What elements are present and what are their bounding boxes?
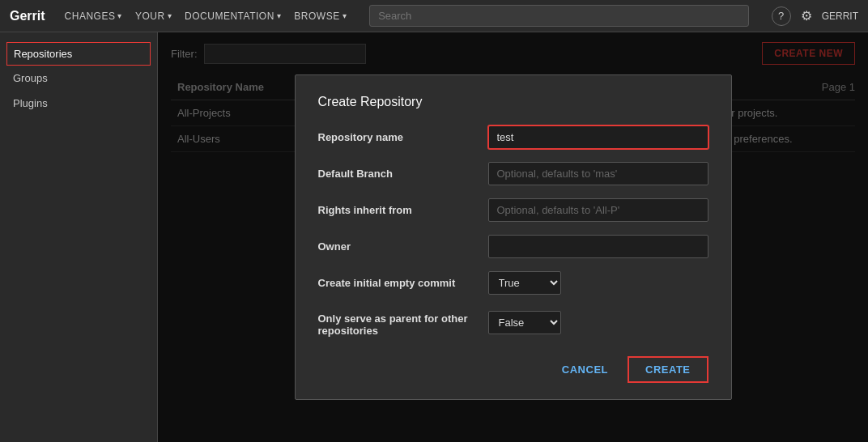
- topnav-right: ? ⚙ GERRIT: [772, 6, 858, 26]
- search-container: [369, 5, 749, 27]
- label-rights-inherit: Rights inherit from: [318, 204, 488, 216]
- owner-input[interactable]: [488, 235, 708, 258]
- rights-inherit-input[interactable]: [488, 198, 708, 222]
- sidebar: Repositories Groups Plugins: [0, 32, 158, 442]
- form-row-initial-commit: Create initial empty commit True False: [318, 271, 708, 295]
- form-row-default-branch: Default Branch: [318, 162, 708, 185]
- label-owner: Owner: [318, 240, 488, 253]
- create-button[interactable]: CREATE: [628, 356, 708, 383]
- main-layout: Repositories Groups Plugins Filter: CREA…: [0, 32, 868, 442]
- help-icon: ?: [778, 10, 784, 22]
- repo-name-input[interactable]: [488, 125, 708, 149]
- nav-your[interactable]: YOUR ▾: [135, 11, 172, 22]
- user-menu[interactable]: GERRIT: [822, 11, 858, 22]
- initial-commit-select[interactable]: True False: [488, 271, 561, 295]
- cancel-button[interactable]: CANCEL: [552, 357, 618, 382]
- default-branch-input[interactable]: [488, 162, 708, 185]
- parent-only-select[interactable]: False True: [488, 311, 561, 334]
- settings-icon[interactable]: ⚙: [801, 8, 812, 23]
- nav-changes[interactable]: CHANGES ▾: [65, 11, 122, 22]
- form-row-parent-only: Only serve as parent for other repositor…: [318, 308, 708, 337]
- search-input[interactable]: [369, 5, 749, 27]
- nav-browse[interactable]: BROWSE ▾: [294, 11, 347, 22]
- modal-overlay: Create Repository Repository name Defaul…: [158, 32, 868, 442]
- documentation-dropdown-icon: ▾: [277, 11, 282, 20]
- browse-dropdown-icon: ▾: [343, 11, 347, 20]
- sidebar-item-repositories[interactable]: Repositories: [6, 42, 151, 66]
- modal-title: Create Repository: [318, 95, 708, 109]
- label-repo-name: Repository name: [318, 131, 488, 143]
- main-content: Filter: CREATE NEW Repository Name Repos…: [158, 32, 868, 442]
- your-dropdown-icon: ▾: [168, 11, 172, 20]
- modal-actions: CANCEL CREATE: [318, 356, 708, 383]
- nav-documentation[interactable]: DOCUMENTATION ▾: [185, 11, 281, 22]
- label-default-branch: Default Branch: [318, 168, 488, 180]
- create-repository-modal: Create Repository Repository name Defaul…: [295, 74, 732, 400]
- topnav: Gerrit CHANGES ▾ YOUR ▾ DOCUMENTATION ▾ …: [0, 0, 868, 32]
- form-row-rights-inherit: Rights inherit from: [318, 198, 708, 222]
- app-logo: Gerrit: [10, 9, 45, 23]
- changes-dropdown-icon: ▾: [117, 11, 122, 20]
- sidebar-item-groups[interactable]: Groups: [0, 66, 157, 91]
- sidebar-item-plugins[interactable]: Plugins: [0, 91, 157, 116]
- help-button[interactable]: ?: [772, 6, 791, 26]
- label-parent-only: Only serve as parent for other repositor…: [318, 308, 488, 337]
- label-initial-commit: Create initial empty commit: [318, 277, 488, 289]
- form-row-owner: Owner: [318, 235, 708, 258]
- form-row-repo-name: Repository name: [318, 125, 708, 149]
